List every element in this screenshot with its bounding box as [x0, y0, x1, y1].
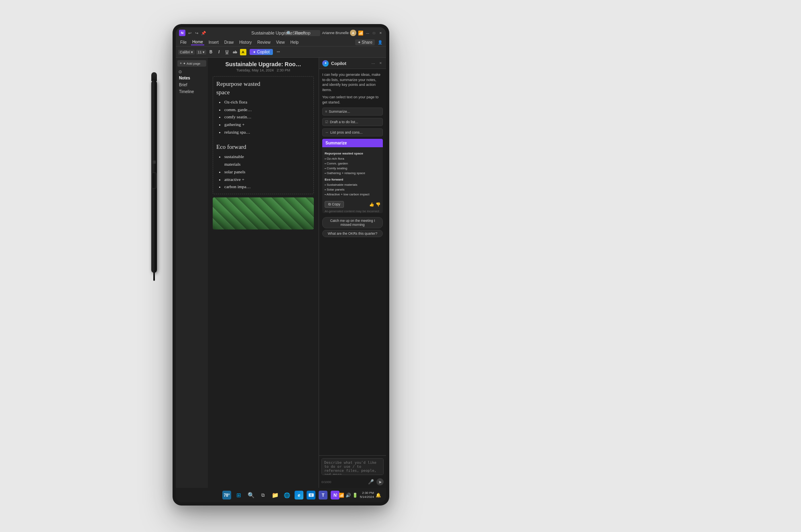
undo-icon[interactable]: ↩ [187, 30, 193, 36]
menu-file[interactable]: File [179, 40, 188, 45]
user-name: Arianne Brunelle [322, 31, 349, 35]
taskbar-search-icon[interactable]: 🔍 [246, 491, 255, 500]
taskbar-edge[interactable]: e [295, 491, 303, 500]
prompt-chip-1[interactable]: Catch me up on the meeting I missed morn… [322, 217, 383, 228]
title-bar: N ↩ ↪ 📌 Sustainable Upgrade: Rooftop 🔍 S… [176, 27, 386, 39]
menu-bar: File Home Insert Draw History Review Vie… [176, 39, 386, 47]
suggestion-todo[interactable]: ☑ Draft a to do list... [322, 118, 383, 126]
add-page-label: ✦ Add page [183, 62, 200, 65]
menu-draw[interactable]: Draw [223, 40, 235, 45]
profile-icon[interactable]: 👤 [377, 40, 383, 45]
copilot-more-button[interactable]: ··· [371, 61, 376, 66]
suggestion-pros-cons[interactable]: ↔ List pros and cons... [322, 128, 383, 136]
maximize-button[interactable]: □ [372, 30, 376, 35]
taskbar-windows-button[interactable]: ⊞ [234, 491, 243, 500]
copy-button[interactable]: ⧉ Copy [325, 201, 344, 208]
menu-view[interactable]: View [275, 40, 286, 45]
note-body[interactable]: Repurpose wastedspace Oz-rich flora comm… [208, 74, 319, 488]
copilot-header: ✦ Copilot ··· ✕ [319, 58, 386, 69]
menu-home[interactable]: Home [191, 39, 204, 45]
summary-heading2: Eco forward [325, 177, 380, 182]
menu-help[interactable]: Help [289, 40, 300, 45]
notification-icon[interactable]: 🔔 [376, 493, 381, 498]
copilot-sub-text: You can select text on your page to get … [322, 95, 383, 105]
note-header: Sustainable Upgrade: Roo… Tuesday, May 1… [208, 58, 319, 74]
sidebar-item-notes[interactable]: Notes [177, 75, 206, 81]
mic-icon[interactable]: 🎤 [368, 479, 374, 485]
greenhouse-photo [213, 197, 314, 229]
copilot-close-button[interactable]: ✕ [378, 61, 383, 66]
font-size: 11 [198, 50, 202, 54]
font-selector[interactable]: Calibri ▾ [178, 50, 195, 55]
caret-icon[interactable]: ^ [335, 493, 337, 498]
bullet-6: sustainablematerials [224, 153, 310, 168]
summary-bullet7: • Attractive + low carbon impact [325, 192, 380, 197]
redo-icon[interactable]: ↪ [194, 30, 199, 36]
battery-icon[interactable]: 🔋 [352, 493, 358, 498]
scene: N ↩ ↪ 📌 Sustainable Upgrade: Rooftop 🔍 S… [0, 0, 801, 532]
menu-history[interactable]: History [238, 40, 253, 45]
summary-bullet2: • Comm. garden [325, 161, 380, 166]
add-page-icon: + [180, 61, 182, 65]
taskbar-browser[interactable]: 🌐 [283, 491, 291, 500]
taskbar-outlook[interactable]: 📧 [307, 491, 315, 500]
menu-bar-right: ✦ Share 👤 [355, 39, 383, 45]
copy-label: Copy [332, 202, 340, 206]
summary-bullet5: • Sustainable materials [325, 183, 380, 187]
summarize-active-button[interactable]: Summarize [322, 139, 383, 147]
sidebar-item-timeline[interactable]: Timeline [177, 88, 206, 95]
ribbon: Calibri ▾ 11 ▾ B I U ab A ✦ Copilot ··· [176, 47, 386, 58]
bullet-5: relaxing spa… [224, 128, 310, 136]
highlight-button[interactable]: A [240, 49, 246, 55]
menu-insert[interactable]: Insert [207, 40, 220, 45]
close-button[interactable]: ✕ [378, 30, 383, 35]
prompt-chip-2[interactable]: What are the OKRs this quarter? [322, 230, 383, 237]
sidebar-options-icon[interactable]: ⚙ [177, 69, 183, 75]
suggestion-summarize[interactable]: ≡ Summarize... [322, 108, 383, 116]
title-bar-left: N ↩ ↪ 📌 [179, 30, 206, 36]
suggestion-summarize-label: Summarize... [329, 110, 350, 114]
thumbs-down-icon[interactable]: 👎 [376, 202, 380, 207]
sidebar-item-brief[interactable]: Brief [177, 81, 206, 88]
volume-icon[interactable]: 🔊 [346, 493, 351, 498]
copilot-intro-text: I can help you generate ideas, make to-d… [322, 72, 383, 92]
underline-button[interactable]: U [224, 49, 230, 55]
minimize-button[interactable]: — [365, 30, 370, 35]
add-page-button[interactable]: + ✦ Add page [177, 60, 206, 67]
share-button[interactable]: ✦ Share [355, 39, 375, 45]
menu-review[interactable]: Review [256, 40, 272, 45]
copilot-ribbon-button[interactable]: ✦ Copilot [250, 49, 273, 55]
copilot-body: I can help you generate ideas, make to-d… [319, 69, 386, 455]
pen-logo [152, 160, 156, 164]
copy-row: ⧉ Copy 👍 👎 [322, 199, 383, 209]
bullet-2: comm. garde… [224, 106, 310, 114]
font-size-selector[interactable]: 11 ▾ [196, 50, 206, 55]
bold-button[interactable]: B [208, 49, 214, 55]
dropdown-icon: ▾ [191, 50, 193, 54]
ai-disclaimer: AI-generated content may be incorrect [322, 209, 383, 213]
more-ribbon-options[interactable]: ··· [275, 49, 282, 55]
main-content: + ✦ Add page ⚙ Notes Brief Timeline Sust… [176, 58, 386, 488]
send-button[interactable]: ➤ [376, 478, 384, 485]
taskbar-task-view[interactable]: ⧉ [258, 491, 267, 500]
network-icon[interactable]: 📶 [339, 493, 344, 498]
surface-pen [148, 72, 160, 281]
strikethrough-button[interactable]: ab [232, 49, 238, 55]
taskbar-file-explorer[interactable]: 📁 [270, 491, 279, 500]
italic-button[interactable]: I [216, 49, 222, 55]
summary-bullet1: • Oz-rich flora [325, 156, 380, 161]
pin-icon[interactable]: 📌 [201, 30, 206, 36]
thumbs-up-icon[interactable]: 👍 [369, 202, 374, 207]
pen-cap [151, 72, 157, 81]
copilot-textarea[interactable] [321, 458, 384, 475]
taskbar-right: ^ 📶 🔊 🔋 2:30 PM 5/14/2024 🔔 [335, 491, 381, 500]
avatar: A [350, 30, 356, 36]
taskbar-teams[interactable]: T [319, 491, 327, 500]
taskbar: 78° ⊞ 🔍 ⧉ 📁 🌐 e 📧 T N ^ 📶 🔊 🔋 [176, 488, 386, 502]
note-heading1: Repurpose wastedspace [216, 80, 310, 97]
pen-tip [153, 272, 155, 281]
taskbar-weather[interactable]: 78° [222, 491, 231, 500]
taskbar-datetime[interactable]: 2:30 PM 5/14/2024 [360, 491, 374, 500]
dropdown-icon-size: ▾ [203, 50, 205, 54]
summary-content: Repurpose wasted space • Oz-rich flora •… [322, 147, 383, 199]
